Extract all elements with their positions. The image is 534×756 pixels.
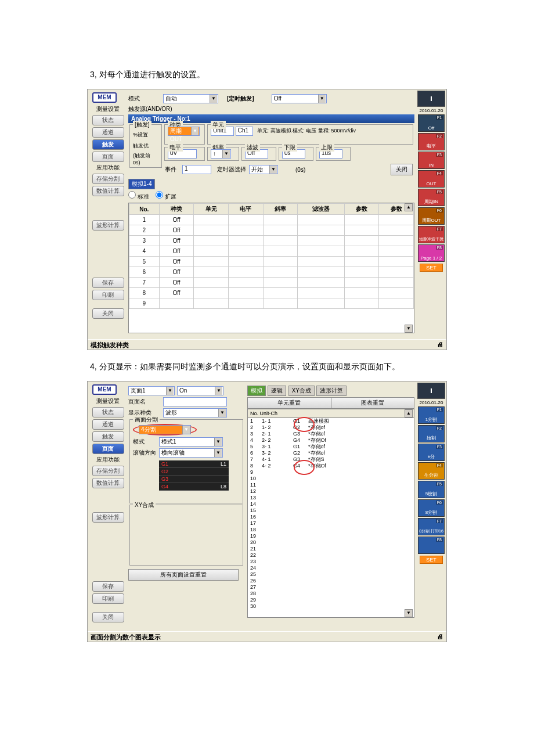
radio-expand[interactable]: 扩展 bbox=[156, 193, 176, 200]
slope-dropdown[interactable]: ↑ bbox=[211, 149, 231, 159]
list-item[interactable]: 21 bbox=[250, 546, 412, 552]
list-item[interactable]: 20 bbox=[250, 539, 412, 546]
fkey-f3[interactable]: F3IN bbox=[418, 152, 445, 169]
list-item[interactable]: 42- 2G4*存储Of bbox=[250, 437, 412, 444]
table-row[interactable]: 7Off bbox=[129, 278, 414, 288]
list-item[interactable]: 63- 2G2*存储of bbox=[250, 450, 412, 456]
on-dropdown[interactable]: On bbox=[177, 386, 223, 395]
tab-wavecalc[interactable]: 波形计算 bbox=[316, 386, 347, 396]
list-item[interactable]: 24 bbox=[250, 565, 412, 571]
left-btn-numcalc[interactable]: 数值计算 bbox=[92, 186, 124, 196]
fkey-f8[interactable]: F8 bbox=[418, 537, 445, 554]
table-row[interactable]: 4Off bbox=[129, 246, 414, 257]
fkey-f4[interactable]: F4生分割 bbox=[418, 462, 445, 480]
left-btn-storage[interactable]: 存储分割 bbox=[92, 466, 124, 476]
fkey-f2[interactable]: F2电平 bbox=[418, 133, 445, 150]
all-reset-button[interactable]: 所有页面设置重置 bbox=[128, 569, 239, 581]
dispkind-dropdown[interactable]: 波形 bbox=[163, 408, 227, 417]
left-btn-page[interactable]: 页面 bbox=[92, 152, 124, 162]
list-item[interactable]: 19 bbox=[250, 533, 412, 539]
list-item[interactable]: 13 bbox=[250, 495, 412, 501]
fkey-f5[interactable]: F55校割 bbox=[418, 481, 445, 498]
mode-dropdown[interactable]: 自动 bbox=[163, 94, 218, 103]
fkey-f5[interactable]: F5周期IN bbox=[418, 189, 445, 206]
event-spinner[interactable]: 1 bbox=[182, 165, 211, 174]
tab-xy[interactable]: XY合成 bbox=[288, 386, 315, 396]
list-item[interactable]: 30 bbox=[250, 603, 412, 610]
ch-spinner[interactable]: Ch1 bbox=[236, 127, 253, 136]
list-item[interactable]: 21- 2G2*存储of bbox=[250, 424, 412, 431]
tab-analog[interactable]: 模拟 bbox=[247, 386, 266, 396]
list-item[interactable]: 22 bbox=[250, 552, 412, 559]
scroll-down[interactable]: ▼ bbox=[405, 325, 413, 333]
list-item[interactable]: 25 bbox=[250, 571, 412, 578]
list-item[interactable]: 26 bbox=[250, 578, 412, 584]
table-row[interactable]: 8Off bbox=[129, 288, 414, 298]
left-btn-storage[interactable]: 存储分割 bbox=[92, 174, 124, 184]
list-item[interactable]: 11 bbox=[250, 482, 412, 488]
list-item[interactable]: 15 bbox=[250, 507, 412, 514]
list-item[interactable]: 84- 2G4*存储Of bbox=[250, 463, 412, 469]
timer-dropdown[interactable]: 开始 bbox=[249, 165, 278, 174]
fkey-f2[interactable]: F2始割 bbox=[418, 425, 445, 442]
table-row[interactable]: 9 bbox=[129, 298, 414, 309]
left-btn-print[interactable]: 印刷 bbox=[92, 593, 124, 604]
left-btn-channel[interactable]: 通道 bbox=[92, 419, 124, 430]
page-dropdown[interactable]: 页面1 bbox=[128, 386, 175, 395]
chart-reset-button[interactable]: 图表重置 bbox=[331, 398, 414, 408]
list-item[interactable]: 74- 1G3*存储S bbox=[250, 456, 412, 463]
list-item[interactable]: 9 bbox=[250, 469, 412, 476]
left-btn-channel[interactable]: 通道 bbox=[92, 127, 124, 138]
left-btn-save[interactable]: 保存 bbox=[92, 581, 124, 592]
kind-dropdown[interactable]: 周期OUT bbox=[168, 127, 200, 136]
split-dropdown[interactable]: 4分割 bbox=[139, 425, 191, 434]
left-btn-trigger[interactable]: 触发 bbox=[92, 431, 124, 442]
list-item[interactable]: 17 bbox=[250, 520, 412, 527]
unit-reset-button[interactable]: 单元重置 bbox=[248, 398, 331, 408]
fkey-f4[interactable]: F4OUT bbox=[418, 170, 445, 188]
close-button[interactable]: 关闭 bbox=[391, 164, 413, 175]
fkey-f8[interactable]: F8Page 1 / 2 bbox=[418, 244, 445, 262]
scroll-up[interactable]: ▲ bbox=[405, 203, 413, 211]
fkey-f7[interactable]: F7短脉冲波干扰 bbox=[418, 226, 445, 243]
pagename-input[interactable] bbox=[163, 397, 227, 406]
table-row[interactable]: 2Off bbox=[129, 225, 414, 236]
list-item[interactable]: 11- 1G1高速模拟 bbox=[250, 418, 412, 424]
timed-dropdown[interactable]: Off bbox=[272, 94, 327, 103]
left-btn-wavecalc[interactable]: 波形计算 bbox=[92, 220, 124, 231]
list-item[interactable]: 27 bbox=[250, 584, 412, 591]
list-item[interactable]: 12 bbox=[250, 488, 412, 495]
tab-analog[interactable]: 模拟1-4 bbox=[128, 179, 155, 189]
set-button[interactable]: SET bbox=[420, 556, 443, 564]
list-item[interactable]: 29 bbox=[250, 597, 412, 603]
fkey-f1[interactable]: F11分割 bbox=[418, 406, 445, 424]
left-btn-trigger[interactable]: 触发 bbox=[92, 139, 124, 150]
list-item[interactable]: 10 bbox=[250, 476, 412, 482]
mem-button[interactable]: MEM bbox=[92, 384, 117, 395]
list-item[interactable]: 16 bbox=[250, 514, 412, 520]
mode2-dropdown[interactable]: 模式1 bbox=[159, 437, 223, 447]
set-button[interactable]: SET bbox=[420, 264, 443, 272]
list-item[interactable]: 53- 1G1*存储of bbox=[250, 444, 412, 450]
left-btn-save[interactable]: 保存 bbox=[92, 278, 124, 288]
fkey-f3[interactable]: F3±分 bbox=[418, 444, 445, 461]
printer-icon[interactable]: 🖨 bbox=[437, 633, 443, 640]
scroll-dropdown[interactable]: 横向滚轴 bbox=[159, 448, 223, 458]
fkey-f7[interactable]: F78分割 打印16 bbox=[418, 518, 445, 535]
list-item[interactable]: 23 bbox=[250, 559, 412, 565]
table-row[interactable]: 6Off bbox=[129, 267, 414, 278]
left-btn-status[interactable]: 状态 bbox=[92, 115, 124, 125]
left-btn-print[interactable]: 印刷 bbox=[92, 290, 124, 300]
table-row[interactable]: 3Off bbox=[129, 236, 414, 246]
left-btn-close[interactable]: 关闭 bbox=[92, 612, 124, 622]
fkey-f6[interactable]: F68分割 bbox=[418, 499, 445, 517]
left-btn-wavecalc[interactable]: 波形计算 bbox=[92, 512, 124, 523]
fkey-f1[interactable]: F1Off bbox=[418, 114, 445, 132]
left-btn-numcalc[interactable]: 数值计算 bbox=[92, 478, 124, 488]
scroll-down[interactable]: ▼ bbox=[405, 609, 413, 617]
left-btn-close[interactable]: 关闭 bbox=[92, 308, 124, 319]
mem-button[interactable]: MEM bbox=[92, 92, 117, 103]
list-item[interactable]: 28 bbox=[250, 591, 412, 597]
radio-standard[interactable]: 标准 bbox=[128, 193, 149, 200]
fkey-f6[interactable]: F6周期OUT bbox=[418, 207, 445, 225]
